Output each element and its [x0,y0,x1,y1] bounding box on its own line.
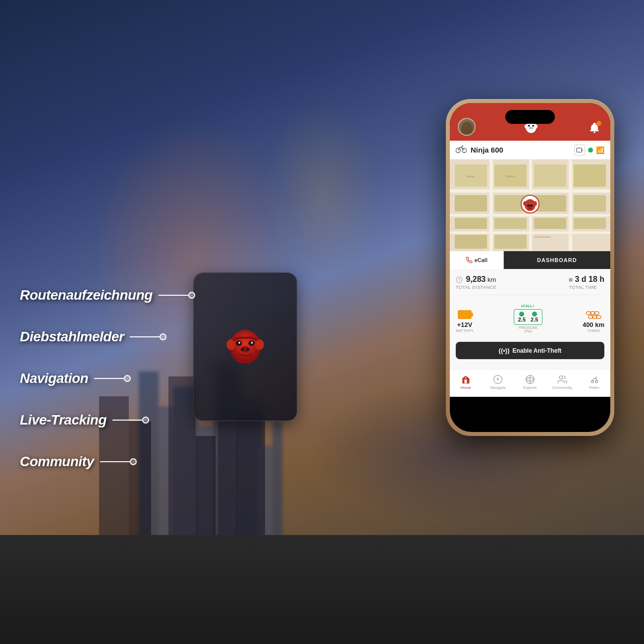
phone-screen: Ninja 600 📶 [450,103,610,432]
anti-theft-button[interactable]: ((•)) Enable Anti-Theft [456,342,604,359]
svg-rect-38 [582,149,583,151]
svg-point-65 [523,201,527,206]
svg-rect-54 [455,218,487,229]
svg-point-84 [591,380,593,383]
svg-point-34 [593,132,595,133]
home-icon [461,375,471,384]
bottom-nav: Home Navigate Explore [450,369,610,397]
chain-sensor: 400 km CHAIN [583,309,604,333]
navigate-icon [493,375,503,384]
svg-rect-49 [574,164,606,187]
connection-status-dot [588,148,593,153]
nav-community-label: Community [552,385,572,390]
vehicle-bar[interactable]: Ninja 600 📶 [450,141,610,160]
svg-point-78 [465,377,467,378]
svg-rect-58 [455,235,487,249]
svg-rect-48 [534,164,566,187]
svg-point-32 [530,128,531,129]
sensors-row: +12V BATTERY eCALL✓ 2.5 [456,300,604,337]
svg-rect-15 [235,411,265,545]
svg-text:Kierat: Kierat [467,175,475,178]
svg-point-21 [239,342,241,344]
svg-point-18 [255,339,264,350]
svg-rect-37 [577,148,582,152]
battery-status-icon [574,145,585,156]
feature-dot-4 [142,417,149,424]
svg-point-67 [527,205,530,207]
battery-sensor: +12V BATTERY [456,310,474,333]
nav-rides-label: Rides [589,385,599,390]
wifi-icon: 📶 [596,146,604,154]
nav-item-navigate[interactable]: Navigate [482,370,514,395]
feature-line-1 [159,295,188,296]
svg-rect-50 [455,195,487,212]
odometer-icon [456,276,463,283]
explore-icon [525,375,535,384]
svg-rect-56 [534,218,566,229]
distance-value: 9,283 km [456,275,496,284]
svg-rect-59 [494,235,527,249]
svg-rect-57 [574,218,606,229]
svg-rect-12 [196,436,215,545]
feature-live-tracking: Live-Tracking [20,412,195,428]
nav-item-explore[interactable]: Explore [514,370,546,395]
pressure-box: 2.5 2.5 [514,309,543,325]
rides-icon [590,375,599,384]
map-svg: Kierat Edificio Hotel Aranes [450,160,610,251]
svg-rect-45 [569,160,572,251]
svg-rect-43 [489,160,493,251]
svg-point-17 [226,339,235,350]
svg-point-66 [533,201,537,206]
svg-rect-8 [272,421,282,545]
feature-navigation: Navigation [20,371,195,386]
tab-ecall[interactable]: eCall [450,251,504,269]
vehicle-name: Ninja 600 [471,146,574,154]
feature-line-2 [130,336,160,337]
feature-routenaufzeichnung: Routenaufzeichnung [20,287,195,303]
feature-line-4 [112,420,142,421]
svg-text:Hotel Aranes: Hotel Aranes [534,235,551,238]
svg-point-29 [528,125,530,127]
total-time-stat: 3 d 18 h TOTAL TIME [569,275,604,290]
feature-line-3 [94,378,124,379]
svg-text:Edificio: Edificio [505,175,515,178]
svg-point-27 [525,124,528,128]
chain-icon [586,309,601,321]
phone-mockup: Ninja 600 📶 [446,99,614,436]
vehicle-icon [456,144,467,156]
app-tabs: eCall DASHBOARD [450,251,610,269]
dashboard-content: 9,283 km TOTAL DISTANCE 3 d 18 h TOTAL T… [450,269,610,369]
nav-item-community[interactable]: Community [546,370,578,395]
ground-surface [0,535,644,644]
avatar-image [461,122,472,135]
total-distance-stat: 9,283 km TOTAL DISTANCE [456,275,496,290]
notification-bell[interactable] [587,120,602,136]
feature-line-5 [100,461,130,462]
feature-dot-2 [160,333,166,340]
feature-dot-1 [188,292,195,299]
svg-rect-55 [494,218,527,229]
svg-point-68 [530,205,533,207]
svg-point-25 [246,348,249,351]
motorcycle-icon [456,144,467,153]
pressure-front-value: 2.5 [518,317,526,322]
tab-dashboard[interactable]: DASHBOARD [504,251,610,269]
dynamic-island [505,110,555,124]
svg-point-24 [241,348,244,351]
svg-rect-77 [465,379,467,383]
nav-item-rides[interactable]: Rides [578,370,610,395]
nav-item-home[interactable]: Home [450,370,482,395]
features-list: Routenaufzeichnung Diebstahlmelder Navig… [20,287,195,495]
user-avatar[interactable] [458,118,476,136]
phone-outer-frame: Ninja 600 📶 [446,99,614,436]
svg-point-30 [532,125,534,127]
feature-dot-5 [130,458,137,465]
nav-navigate-label: Navigate [490,385,506,390]
svg-point-33 [532,128,533,129]
time-value: 3 d 18 h [569,275,604,284]
feature-diebstahlmelder: Diebstahlmelder [20,329,195,345]
pressure-rear-value: 2.5 [531,317,538,322]
phone-icon [466,257,473,264]
feature-dot-3 [124,375,131,382]
map-view[interactable]: Kierat Edificio Hotel Aranes [450,160,610,251]
